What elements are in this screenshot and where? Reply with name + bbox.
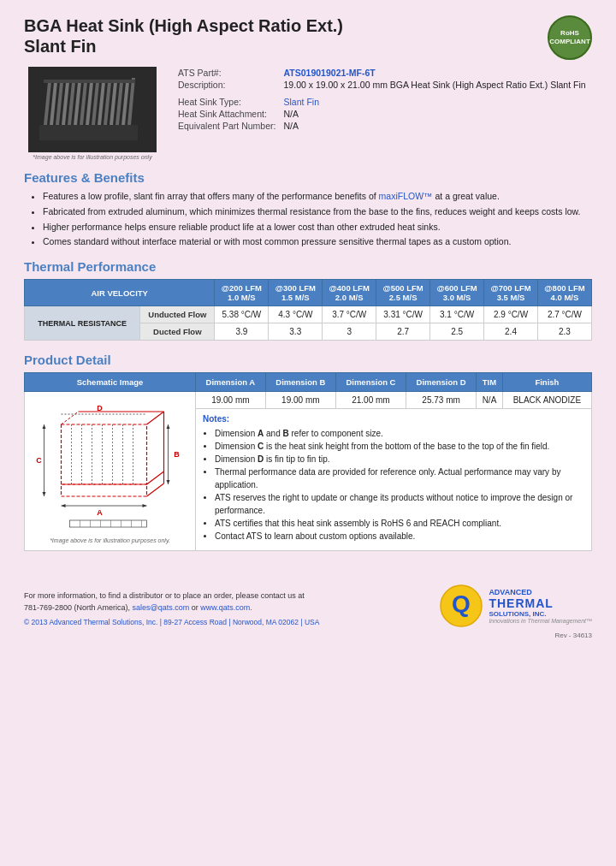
detail-table: Schematic Image Dimension A Dimension B … (24, 372, 592, 551)
thermal-resistance-label: THERMAL RESISTANCE (25, 306, 140, 341)
svg-marker-8 (86, 82, 93, 125)
part-value: ATS019019021-MF-6T (281, 67, 592, 79)
schematic-cell: A B C D (25, 392, 196, 551)
tim-header: TIM (477, 373, 503, 392)
footer-section: For more information, to find a distribu… (24, 577, 592, 628)
footer: For more information, to find a distribu… (24, 577, 592, 639)
ducted-400: 3 (323, 323, 376, 341)
rohs-badge: RoHS COMPLIANT (548, 15, 592, 60)
dim-b-value: 19.00 mm (265, 392, 335, 409)
svg-line-20 (146, 412, 163, 424)
note-4: Thermal performance data are provided fo… (215, 466, 584, 491)
product-info-section: *Image above is for illustration purpose… (24, 67, 592, 160)
footer-copyright: © 2013 Advanced Thermal Solutions, Inc. … (24, 617, 319, 628)
unducted-400: 3.7 °C/W (323, 306, 376, 323)
col-300lfm: @300 LFM1.5 M/S (269, 280, 323, 306)
dim-b-header: Dimension B (265, 373, 335, 392)
image-caption: *Image above is for illustration purpose… (33, 154, 151, 160)
dim-c-value: 21.00 mm (335, 392, 406, 409)
svg-marker-37 (166, 424, 169, 429)
finish-header: Finish (502, 373, 591, 392)
note-6: ATS certifies that this heat sink assemb… (215, 517, 584, 530)
notes-list: Dimension A and B refer to component siz… (203, 427, 584, 543)
thermal-title: Thermal Performance (24, 259, 592, 274)
svg-line-22 (146, 483, 163, 496)
col-200lfm: @200 LFM1.0 M/S (215, 280, 269, 306)
note-1: Dimension A and B refer to component siz… (215, 427, 584, 440)
schematic-svg: A B C D (33, 399, 187, 536)
ducted-row-label: Ducted Flow (140, 323, 215, 341)
contact-info: For more information, to find a distribu… (24, 590, 319, 614)
dim-c-header: Dimension C (335, 373, 406, 392)
svg-marker-12 (110, 82, 117, 125)
attachment-value: N/A (281, 108, 592, 120)
description-value: 19.00 x 19.00 x 21.00 mm BGA Heat Sink (… (281, 79, 592, 91)
unducted-500: 3.31 °C/W (376, 306, 430, 323)
type-label: Heat Sink Type: (175, 96, 281, 108)
dim-d-value: 25.73 mm (406, 392, 477, 409)
unducted-700: 2.9 °C/W (484, 306, 538, 323)
notes-cell: Notes: Dimension A and B refer to compon… (196, 409, 592, 551)
air-velocity-header: AIR VELOCITY (25, 280, 215, 306)
note-3: Dimension D is fin tip to fin tip. (215, 453, 584, 466)
col-700lfm: @700 LFM3.5 M/S (484, 280, 538, 306)
feature-item-3: Higher performance helps ensure reliable… (43, 221, 592, 234)
type-value: Slant Fin (281, 96, 592, 108)
thermal-table: AIR VELOCITY @200 LFM1.0 M/S @300 LFM1.5… (24, 279, 592, 341)
ducted-800: 2.3 (537, 323, 591, 341)
svg-marker-11 (104, 82, 111, 125)
ducted-200: 3.9 (215, 323, 269, 341)
svg-text:B: B (174, 450, 180, 459)
ats-text-logo: ADVANCED THERMAL SOLUTIONS, INC. Innovat… (489, 588, 592, 624)
email-link[interactable]: sales@qats.com (133, 603, 190, 612)
unducted-600: 3.1 °C/W (430, 306, 484, 323)
svg-rect-17 (61, 484, 146, 496)
unducted-row-label: Unducted Flow (140, 306, 215, 323)
product-image (28, 67, 157, 152)
col-800lfm: @800 LFM4.0 M/S (537, 280, 591, 306)
svg-marker-5 (68, 82, 75, 125)
dim-a-header: Dimension A (196, 373, 266, 392)
svg-marker-2 (50, 82, 57, 125)
unducted-200: 5.38 °C/W (215, 306, 269, 323)
note-7: Contact ATS to learn about custom option… (215, 530, 584, 543)
notes-title: Notes: (203, 414, 584, 424)
website-link[interactable]: www.qats.com. (200, 603, 252, 612)
svg-marker-6 (74, 82, 81, 125)
svg-marker-1 (44, 82, 51, 125)
equiv-value: N/A (281, 120, 592, 132)
dim-a-value: 19.00 mm (196, 392, 266, 409)
ducted-700: 2.4 (484, 323, 538, 341)
svg-rect-18 (61, 424, 146, 484)
svg-marker-7 (80, 82, 87, 125)
part-label: ATS Part#: (175, 67, 281, 79)
ducted-500: 2.7 (376, 323, 430, 341)
dim-d-header: Dimension D (406, 373, 477, 392)
page-title: BGA Heat Sink (High Aspect Ratio Ext.) S… (24, 15, 343, 56)
svg-marker-41 (42, 424, 45, 429)
product-specs: ATS Part#: ATS019019021-MF-6T Descriptio… (175, 67, 592, 160)
maxiflow-link: maxiFLOW™ (379, 191, 433, 201)
svg-text:Q: Q (452, 590, 471, 617)
svg-marker-9 (92, 82, 99, 125)
svg-marker-3 (56, 82, 63, 125)
ats-logo: Q ADVANCED THERMAL SOLUTIONS, INC. Innov… (439, 584, 592, 628)
features-title: Features & Benefits (24, 170, 592, 185)
svg-text:A: A (97, 508, 103, 517)
schematic-caption: *Image above is for illustration purpose… (32, 537, 188, 543)
svg-rect-0 (39, 125, 138, 140)
svg-marker-13 (116, 82, 123, 125)
ducted-300: 3.3 (269, 323, 323, 341)
note-2: Dimension C is the heat sink height from… (215, 440, 584, 453)
svg-marker-10 (98, 82, 105, 125)
features-list: Features a low profile, slant fin array … (24, 190, 592, 249)
feature-item-1: Features a low profile, slant fin array … (43, 190, 592, 204)
svg-rect-16 (44, 80, 135, 83)
col-500lfm: @500 LFM2.5 M/S (376, 280, 430, 306)
svg-marker-38 (166, 480, 169, 484)
schematic-header: Schematic Image (25, 373, 196, 392)
product-image-box: *Image above is for illustration purpose… (24, 67, 161, 160)
col-400lfm: @400 LFM2.0 M/S (323, 280, 376, 306)
svg-marker-42 (42, 492, 45, 496)
ducted-600: 2.5 (430, 323, 484, 341)
